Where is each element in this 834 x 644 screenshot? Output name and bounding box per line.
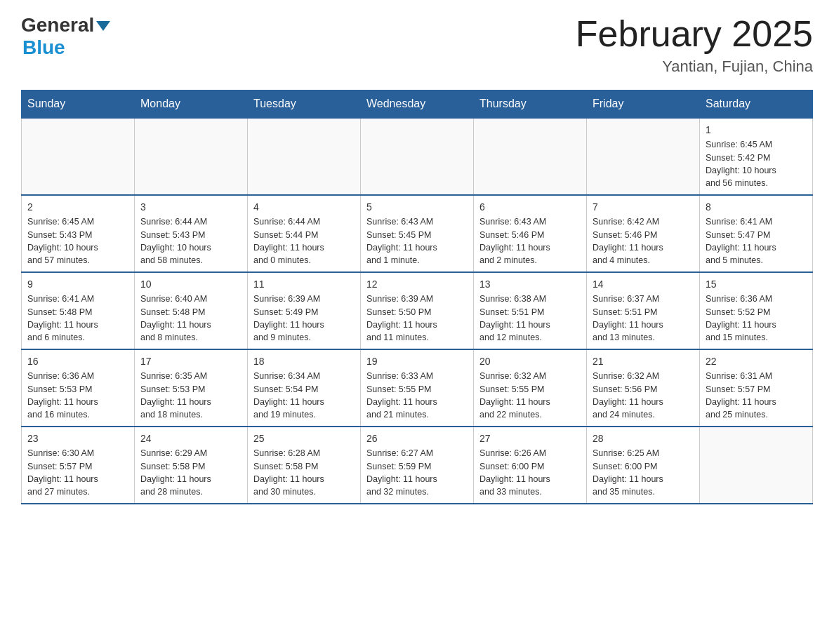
calendar-day-cell: 2Sunrise: 6:45 AMSunset: 5:43 PMDaylight… <box>22 195 135 272</box>
calendar-day-cell: 21Sunrise: 6:32 AMSunset: 5:56 PMDayligh… <box>587 349 700 427</box>
calendar-day-cell: 7Sunrise: 6:42 AMSunset: 5:46 PMDaylight… <box>587 195 700 272</box>
calendar-day-cell: 3Sunrise: 6:44 AMSunset: 5:43 PMDaylight… <box>135 195 248 272</box>
day-info-line: Sunset: 5:45 PM <box>366 229 468 241</box>
calendar-day-cell <box>248 118 361 195</box>
day-info-line: Daylight: 11 hours <box>366 318 468 331</box>
day-info-line: Sunset: 5:57 PM <box>706 383 807 396</box>
day-info-line: and 35 minutes. <box>593 485 694 498</box>
calendar-day-cell: 14Sunrise: 6:37 AMSunset: 5:51 PMDayligh… <box>587 272 700 349</box>
calendar-table: Sunday Monday Tuesday Wednesday Thursday… <box>21 90 813 504</box>
day-info-line: Sunrise: 6:39 AM <box>253 293 355 305</box>
day-info-line: Sunrise: 6:32 AM <box>593 370 694 382</box>
day-number: 17 <box>140 354 241 368</box>
calendar-day-cell: 12Sunrise: 6:39 AMSunset: 5:50 PMDayligh… <box>361 272 474 349</box>
day-number: 18 <box>253 354 355 368</box>
day-number: 15 <box>706 277 807 291</box>
calendar-week-row: 2Sunrise: 6:45 AMSunset: 5:43 PMDaylight… <box>22 195 813 272</box>
day-info-line: and 2 minutes. <box>479 254 581 267</box>
calendar-day-cell <box>474 118 587 195</box>
day-number: 8 <box>706 200 807 214</box>
day-number: 13 <box>479 277 581 291</box>
day-number: 3 <box>140 200 241 214</box>
day-number: 22 <box>706 354 807 368</box>
day-info-line: Sunrise: 6:28 AM <box>253 447 355 459</box>
calendar-day-cell: 18Sunrise: 6:34 AMSunset: 5:54 PMDayligh… <box>248 349 361 427</box>
calendar-day-cell: 15Sunrise: 6:36 AMSunset: 5:52 PMDayligh… <box>700 272 813 349</box>
day-info-line: Daylight: 11 hours <box>479 396 581 408</box>
day-info-line: Daylight: 11 hours <box>253 318 355 331</box>
calendar-day-cell <box>22 118 135 195</box>
day-info-line: Sunrise: 6:45 AM <box>706 138 807 151</box>
calendar-week-row: 16Sunrise: 6:36 AMSunset: 5:53 PMDayligh… <box>22 349 813 427</box>
day-number: 2 <box>27 200 128 214</box>
day-info-line: and 33 minutes. <box>479 485 581 498</box>
day-info-line: Sunset: 5:44 PM <box>253 229 355 241</box>
day-info-line: Sunrise: 6:36 AM <box>706 293 807 305</box>
day-info-line: Daylight: 11 hours <box>253 473 355 485</box>
calendar-day-cell <box>700 427 813 504</box>
calendar-day-cell: 22Sunrise: 6:31 AMSunset: 5:57 PMDayligh… <box>700 349 813 427</box>
day-info-line: Sunrise: 6:34 AM <box>253 370 355 382</box>
day-number: 14 <box>593 277 694 291</box>
day-info-line: Sunrise: 6:25 AM <box>593 447 694 459</box>
day-number: 24 <box>140 431 241 445</box>
day-info-line: Sunrise: 6:38 AM <box>479 293 581 305</box>
day-info-line: and 5 minutes. <box>706 254 807 267</box>
day-info-line: Daylight: 11 hours <box>366 396 468 408</box>
day-info-line: Daylight: 11 hours <box>593 396 694 408</box>
day-info-line: Sunrise: 6:37 AM <box>593 293 694 305</box>
day-info-line: and 22 minutes. <box>479 408 581 421</box>
day-info-line: and 19 minutes. <box>253 408 355 421</box>
day-info-line: Daylight: 11 hours <box>479 241 581 254</box>
day-info-line: Sunset: 5:48 PM <box>27 306 128 318</box>
day-info-line: Sunset: 5:42 PM <box>706 152 807 164</box>
day-info-line: Daylight: 11 hours <box>140 473 241 485</box>
day-info-line: Sunrise: 6:43 AM <box>479 215 581 228</box>
day-info-line: Sunset: 5:57 PM <box>27 460 128 473</box>
calendar-body: 1Sunrise: 6:45 AMSunset: 5:42 PMDaylight… <box>22 118 813 504</box>
calendar-day-cell <box>361 118 474 195</box>
calendar-day-cell: 10Sunrise: 6:40 AMSunset: 5:48 PMDayligh… <box>135 272 248 349</box>
day-info-line: Sunrise: 6:31 AM <box>706 370 807 382</box>
day-info-line: Sunset: 6:00 PM <box>593 460 694 473</box>
calendar-day-cell <box>587 118 700 195</box>
col-tuesday: Tuesday <box>248 90 361 119</box>
day-info-line: Sunset: 5:51 PM <box>593 306 694 318</box>
day-info-line: Daylight: 11 hours <box>706 318 807 331</box>
day-info-line: Sunrise: 6:41 AM <box>706 215 807 228</box>
logo: General Blue <box>21 14 110 59</box>
day-info-line: Sunrise: 6:35 AM <box>140 370 241 382</box>
day-info-line: and 56 minutes. <box>706 177 807 189</box>
logo-blue: Blue <box>22 36 65 59</box>
calendar-day-cell: 13Sunrise: 6:38 AMSunset: 5:51 PMDayligh… <box>474 272 587 349</box>
day-info-line: and 9 minutes. <box>253 331 355 344</box>
day-info-line: Sunrise: 6:43 AM <box>366 215 468 228</box>
calendar-day-cell <box>135 118 248 195</box>
day-number: 20 <box>479 354 581 368</box>
day-info-line: Sunrise: 6:26 AM <box>479 447 581 459</box>
day-info-line: Daylight: 11 hours <box>479 318 581 331</box>
day-number: 1 <box>706 123 807 137</box>
day-info-line: Daylight: 11 hours <box>27 473 128 485</box>
day-number: 4 <box>253 200 355 214</box>
day-info-line: Sunrise: 6:42 AM <box>593 215 694 228</box>
day-info-line: Sunset: 5:59 PM <box>366 460 468 473</box>
day-info-line: and 8 minutes. <box>140 331 241 344</box>
day-number: 11 <box>253 277 355 291</box>
day-number: 26 <box>366 431 468 445</box>
day-info-line: and 1 minute. <box>366 254 468 267</box>
logo-arrow-icon <box>96 21 110 31</box>
day-info-line: Daylight: 11 hours <box>706 241 807 254</box>
col-friday: Friday <box>587 90 700 119</box>
header-row: Sunday Monday Tuesday Wednesday Thursday… <box>22 90 813 119</box>
month-title: February 2025 <box>576 14 813 54</box>
day-info-line: Sunset: 5:47 PM <box>706 229 807 241</box>
col-monday: Monday <box>135 90 248 119</box>
day-info-line: and 6 minutes. <box>27 331 128 344</box>
day-info-line: and 27 minutes. <box>27 485 128 498</box>
day-info-line: Sunset: 5:53 PM <box>140 383 241 396</box>
calendar-day-cell: 24Sunrise: 6:29 AMSunset: 5:58 PMDayligh… <box>135 427 248 504</box>
day-info-line: and 4 minutes. <box>593 254 694 267</box>
day-info-line: Daylight: 11 hours <box>140 318 241 331</box>
day-info-line: Daylight: 10 hours <box>27 241 128 254</box>
